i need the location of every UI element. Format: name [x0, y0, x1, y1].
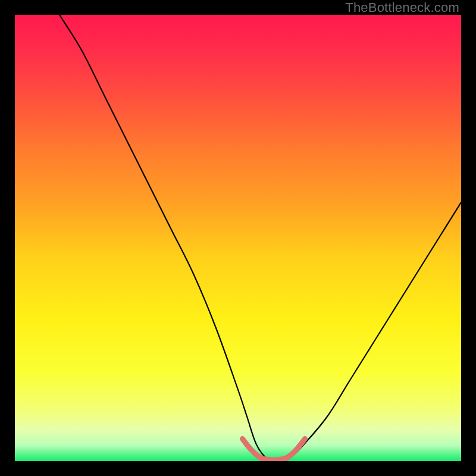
bottleneck-curve	[60, 15, 461, 461]
watermark-text: TheBottleneck.com	[345, 0, 459, 15]
plot-area	[15, 15, 461, 461]
tolerance-band	[243, 439, 305, 461]
curve-layer	[15, 15, 461, 461]
chart-stage: TheBottleneck.com	[0, 0, 476, 476]
